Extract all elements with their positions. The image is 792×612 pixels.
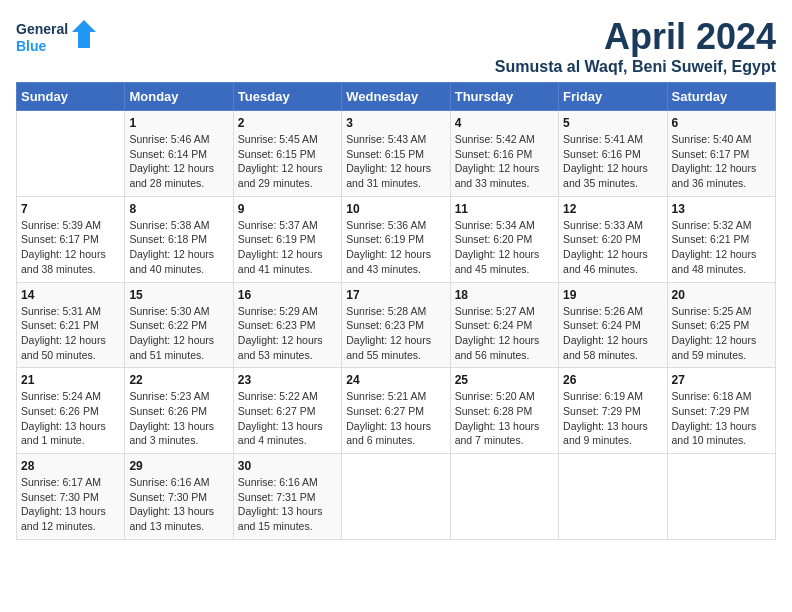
day-info: Sunrise: 5:27 AM Sunset: 6:24 PM Dayligh… bbox=[455, 304, 554, 363]
weekday-header: Tuesday bbox=[233, 83, 341, 111]
calendar-cell: 26Sunrise: 6:19 AM Sunset: 7:29 PM Dayli… bbox=[559, 368, 667, 454]
day-number: 15 bbox=[129, 288, 228, 302]
calendar-week-row: 7Sunrise: 5:39 AM Sunset: 6:17 PM Daylig… bbox=[17, 196, 776, 282]
day-info: Sunrise: 5:37 AM Sunset: 6:19 PM Dayligh… bbox=[238, 218, 337, 277]
page-subtitle: Sumusta al Waqf, Beni Suweif, Egypt bbox=[495, 58, 776, 76]
day-number: 16 bbox=[238, 288, 337, 302]
day-info: Sunrise: 5:26 AM Sunset: 6:24 PM Dayligh… bbox=[563, 304, 662, 363]
calendar-week-row: 1Sunrise: 5:46 AM Sunset: 6:14 PM Daylig… bbox=[17, 111, 776, 197]
day-info: Sunrise: 5:43 AM Sunset: 6:15 PM Dayligh… bbox=[346, 132, 445, 191]
day-info: Sunrise: 5:30 AM Sunset: 6:22 PM Dayligh… bbox=[129, 304, 228, 363]
day-number: 5 bbox=[563, 116, 662, 130]
day-info: Sunrise: 6:18 AM Sunset: 7:29 PM Dayligh… bbox=[672, 389, 771, 448]
calendar-cell: 3Sunrise: 5:43 AM Sunset: 6:15 PM Daylig… bbox=[342, 111, 450, 197]
weekday-header: Wednesday bbox=[342, 83, 450, 111]
calendar-cell bbox=[342, 454, 450, 540]
weekday-header-row: SundayMondayTuesdayWednesdayThursdayFrid… bbox=[17, 83, 776, 111]
calendar-cell: 25Sunrise: 5:20 AM Sunset: 6:28 PM Dayli… bbox=[450, 368, 558, 454]
calendar-cell: 9Sunrise: 5:37 AM Sunset: 6:19 PM Daylig… bbox=[233, 196, 341, 282]
title-block: April 2024 Sumusta al Waqf, Beni Suweif,… bbox=[495, 16, 776, 76]
day-info: Sunrise: 6:19 AM Sunset: 7:29 PM Dayligh… bbox=[563, 389, 662, 448]
day-number: 10 bbox=[346, 202, 445, 216]
day-number: 8 bbox=[129, 202, 228, 216]
calendar-cell: 6Sunrise: 5:40 AM Sunset: 6:17 PM Daylig… bbox=[667, 111, 775, 197]
day-number: 19 bbox=[563, 288, 662, 302]
day-number: 17 bbox=[346, 288, 445, 302]
calendar-cell: 13Sunrise: 5:32 AM Sunset: 6:21 PM Dayli… bbox=[667, 196, 775, 282]
day-number: 25 bbox=[455, 373, 554, 387]
calendar-cell: 2Sunrise: 5:45 AM Sunset: 6:15 PM Daylig… bbox=[233, 111, 341, 197]
day-number: 29 bbox=[129, 459, 228, 473]
calendar-cell: 28Sunrise: 6:17 AM Sunset: 7:30 PM Dayli… bbox=[17, 454, 125, 540]
calendar-cell: 17Sunrise: 5:28 AM Sunset: 6:23 PM Dayli… bbox=[342, 282, 450, 368]
calendar-cell: 12Sunrise: 5:33 AM Sunset: 6:20 PM Dayli… bbox=[559, 196, 667, 282]
day-info: Sunrise: 5:42 AM Sunset: 6:16 PM Dayligh… bbox=[455, 132, 554, 191]
day-number: 26 bbox=[563, 373, 662, 387]
calendar-table: SundayMondayTuesdayWednesdayThursdayFrid… bbox=[16, 82, 776, 540]
calendar-cell bbox=[450, 454, 558, 540]
weekday-header: Thursday bbox=[450, 83, 558, 111]
day-info: Sunrise: 5:32 AM Sunset: 6:21 PM Dayligh… bbox=[672, 218, 771, 277]
calendar-cell: 19Sunrise: 5:26 AM Sunset: 6:24 PM Dayli… bbox=[559, 282, 667, 368]
day-number: 18 bbox=[455, 288, 554, 302]
calendar-cell bbox=[667, 454, 775, 540]
day-number: 23 bbox=[238, 373, 337, 387]
calendar-week-row: 14Sunrise: 5:31 AM Sunset: 6:21 PM Dayli… bbox=[17, 282, 776, 368]
day-number: 12 bbox=[563, 202, 662, 216]
svg-text:Blue: Blue bbox=[16, 38, 47, 54]
calendar-cell: 20Sunrise: 5:25 AM Sunset: 6:25 PM Dayli… bbox=[667, 282, 775, 368]
day-number: 13 bbox=[672, 202, 771, 216]
day-info: Sunrise: 5:22 AM Sunset: 6:27 PM Dayligh… bbox=[238, 389, 337, 448]
calendar-cell: 7Sunrise: 5:39 AM Sunset: 6:17 PM Daylig… bbox=[17, 196, 125, 282]
day-info: Sunrise: 5:41 AM Sunset: 6:16 PM Dayligh… bbox=[563, 132, 662, 191]
calendar-cell: 29Sunrise: 6:16 AM Sunset: 7:30 PM Dayli… bbox=[125, 454, 233, 540]
day-info: Sunrise: 5:20 AM Sunset: 6:28 PM Dayligh… bbox=[455, 389, 554, 448]
calendar-cell: 23Sunrise: 5:22 AM Sunset: 6:27 PM Dayli… bbox=[233, 368, 341, 454]
day-info: Sunrise: 5:33 AM Sunset: 6:20 PM Dayligh… bbox=[563, 218, 662, 277]
day-info: Sunrise: 5:25 AM Sunset: 6:25 PM Dayligh… bbox=[672, 304, 771, 363]
calendar-cell: 5Sunrise: 5:41 AM Sunset: 6:16 PM Daylig… bbox=[559, 111, 667, 197]
calendar-cell bbox=[17, 111, 125, 197]
weekday-header: Monday bbox=[125, 83, 233, 111]
page-title: April 2024 bbox=[495, 16, 776, 58]
calendar-cell: 15Sunrise: 5:30 AM Sunset: 6:22 PM Dayli… bbox=[125, 282, 233, 368]
calendar-week-row: 28Sunrise: 6:17 AM Sunset: 7:30 PM Dayli… bbox=[17, 454, 776, 540]
day-number: 1 bbox=[129, 116, 228, 130]
day-number: 11 bbox=[455, 202, 554, 216]
day-info: Sunrise: 5:34 AM Sunset: 6:20 PM Dayligh… bbox=[455, 218, 554, 277]
day-info: Sunrise: 5:28 AM Sunset: 6:23 PM Dayligh… bbox=[346, 304, 445, 363]
logo: General Blue bbox=[16, 16, 96, 60]
day-number: 9 bbox=[238, 202, 337, 216]
day-number: 14 bbox=[21, 288, 120, 302]
logo-svg: General Blue bbox=[16, 16, 96, 60]
svg-marker-2 bbox=[72, 20, 96, 48]
day-number: 6 bbox=[672, 116, 771, 130]
day-info: Sunrise: 5:38 AM Sunset: 6:18 PM Dayligh… bbox=[129, 218, 228, 277]
day-number: 22 bbox=[129, 373, 228, 387]
calendar-cell: 30Sunrise: 6:16 AM Sunset: 7:31 PM Dayli… bbox=[233, 454, 341, 540]
day-info: Sunrise: 5:31 AM Sunset: 6:21 PM Dayligh… bbox=[21, 304, 120, 363]
calendar-cell: 27Sunrise: 6:18 AM Sunset: 7:29 PM Dayli… bbox=[667, 368, 775, 454]
day-number: 7 bbox=[21, 202, 120, 216]
svg-text:General: General bbox=[16, 21, 68, 37]
day-number: 4 bbox=[455, 116, 554, 130]
day-info: Sunrise: 6:16 AM Sunset: 7:30 PM Dayligh… bbox=[129, 475, 228, 534]
day-info: Sunrise: 5:45 AM Sunset: 6:15 PM Dayligh… bbox=[238, 132, 337, 191]
day-info: Sunrise: 5:46 AM Sunset: 6:14 PM Dayligh… bbox=[129, 132, 228, 191]
weekday-header: Friday bbox=[559, 83, 667, 111]
day-number: 21 bbox=[21, 373, 120, 387]
day-number: 20 bbox=[672, 288, 771, 302]
calendar-cell: 1Sunrise: 5:46 AM Sunset: 6:14 PM Daylig… bbox=[125, 111, 233, 197]
day-number: 24 bbox=[346, 373, 445, 387]
page-header: General Blue April 2024 Sumusta al Waqf,… bbox=[16, 16, 776, 76]
calendar-cell: 8Sunrise: 5:38 AM Sunset: 6:18 PM Daylig… bbox=[125, 196, 233, 282]
calendar-cell: 10Sunrise: 5:36 AM Sunset: 6:19 PM Dayli… bbox=[342, 196, 450, 282]
calendar-cell bbox=[559, 454, 667, 540]
calendar-week-row: 21Sunrise: 5:24 AM Sunset: 6:26 PM Dayli… bbox=[17, 368, 776, 454]
day-info: Sunrise: 5:29 AM Sunset: 6:23 PM Dayligh… bbox=[238, 304, 337, 363]
day-info: Sunrise: 5:24 AM Sunset: 6:26 PM Dayligh… bbox=[21, 389, 120, 448]
calendar-cell: 11Sunrise: 5:34 AM Sunset: 6:20 PM Dayli… bbox=[450, 196, 558, 282]
day-info: Sunrise: 6:17 AM Sunset: 7:30 PM Dayligh… bbox=[21, 475, 120, 534]
day-number: 28 bbox=[21, 459, 120, 473]
calendar-cell: 24Sunrise: 5:21 AM Sunset: 6:27 PM Dayli… bbox=[342, 368, 450, 454]
